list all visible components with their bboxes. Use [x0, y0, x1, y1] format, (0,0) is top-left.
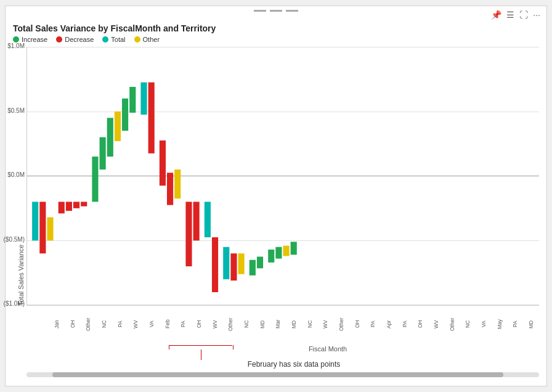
- x-label-apr: Apr: [381, 306, 397, 343]
- bar-feb-nc: [122, 99, 128, 131]
- bar-may-md: [291, 242, 297, 255]
- bar-feb-oh: [100, 137, 106, 169]
- bar-feb-other: [115, 112, 121, 141]
- legend-other-label: Other: [143, 36, 160, 43]
- bar-feb-pa: [92, 157, 98, 202]
- bar-mar-total: [140, 83, 147, 115]
- bar-other-3: [238, 253, 245, 274]
- feb-annotation-text: February has six data points: [49, 360, 539, 370]
- bar-may-2: [275, 247, 282, 259]
- bar-wv-1: [73, 202, 79, 208]
- chart-legend: Increase Decrease Total Other: [13, 36, 539, 43]
- bar-pa-1: [66, 202, 72, 211]
- x-label-may: May: [492, 306, 508, 343]
- bar-nc-2: [160, 141, 166, 186]
- legend-total-label: Total: [111, 36, 125, 43]
- legend-other: Other: [134, 36, 160, 43]
- feb-bracket-right: [233, 345, 233, 349]
- y-label-1M: $1.0M: [0, 43, 25, 49]
- expand-icon[interactable]: ⛶: [519, 10, 528, 20]
- x-label-wv3: WV: [317, 306, 333, 343]
- x-label-pa3: PA: [365, 306, 381, 343]
- legend-total-dot: [102, 36, 108, 43]
- drag-handle: [254, 10, 298, 12]
- x-label-feb: Feb: [160, 306, 176, 343]
- bar-feb-wv: [107, 118, 113, 157]
- waterfall-svg: [27, 47, 539, 305]
- bar-oh-decrease: [39, 202, 46, 253]
- more-icon[interactable]: ···: [533, 10, 540, 20]
- bar-other-yellow: [47, 218, 53, 241]
- x-label-other1: Other: [80, 306, 96, 343]
- x-axis-title-area: Fiscal Month February has six data point…: [49, 343, 539, 370]
- top-icon-bar: 📌 ☰ ⛶ ···: [491, 10, 540, 20]
- bar-wv-2: [167, 173, 173, 205]
- horizontal-scrollbar[interactable]: [26, 372, 539, 377]
- legend-decrease-label: Decrease: [65, 36, 94, 43]
- x-label-md2: MD: [286, 306, 302, 343]
- bar-nc-1: [59, 202, 65, 213]
- x-label-jan: Jan: [49, 306, 65, 343]
- bar-oh-2: [185, 202, 192, 266]
- bar-mar-md: [148, 83, 155, 153]
- x-label-oh3: OH: [349, 306, 365, 343]
- x-label-other3: Other: [333, 306, 349, 343]
- bar-jan-total: [32, 202, 38, 240]
- feb-annotation-line: [201, 349, 201, 360]
- chart-title: Total Sales Variance by FiscalMonth and …: [13, 23, 539, 33]
- x-label-pa5: PA: [507, 306, 523, 343]
- y-label-05M: $0.5M: [0, 107, 25, 114]
- x-label-va1: VA: [144, 306, 160, 343]
- bar-may-other: [283, 246, 290, 256]
- legend-decrease: Decrease: [56, 36, 94, 43]
- x-label-pa2: PA: [175, 306, 191, 343]
- pin-icon[interactable]: 📌: [491, 10, 501, 20]
- x-label-va2: VA: [476, 306, 492, 343]
- x-label-oh1: OH: [65, 306, 81, 343]
- scrollbar-thumb[interactable]: [52, 372, 503, 377]
- legend-total: Total: [102, 36, 125, 43]
- legend-increase-label: Increase: [22, 36, 47, 43]
- filter-icon[interactable]: ☰: [506, 10, 514, 20]
- legend-other-dot: [134, 36, 140, 43]
- feb-bracket-area: Fiscal Month: [49, 343, 539, 360]
- x-label-nc2: NC: [238, 306, 254, 343]
- x-label-nc3: NC: [302, 306, 318, 343]
- x-label-md3: MD: [523, 306, 539, 343]
- bar-va-2: [257, 256, 263, 268]
- bar-feb-md: [129, 87, 136, 113]
- chart-inner: $1.0M $0.5M $0.0M ($0.5M) ($1.0M): [26, 47, 539, 306]
- chart-card: 📌 ☰ ⛶ ··· Total Sales Variance by Fiscal…: [5, 6, 547, 386]
- y-label-n05M: ($0.5M): [0, 236, 25, 243]
- x-label-mar: Mar: [270, 306, 286, 343]
- feb-bracket-line: [169, 345, 232, 346]
- feb-bracket-left: [169, 345, 169, 349]
- x-axis-labels: Jan OH Other NC PA WV VA Feb PA OH WV Ot…: [49, 306, 539, 343]
- legend-increase-dot: [13, 36, 19, 43]
- x-axis-title: Fiscal Month: [309, 345, 347, 353]
- bar-oh-3: [223, 247, 229, 279]
- x-label-pa4: PA: [397, 306, 413, 343]
- y-label-0M: $0.0M: [0, 171, 25, 178]
- bar-pa-2: [193, 202, 200, 240]
- x-label-nc4: NC: [460, 306, 476, 343]
- x-label-other2: Other: [222, 306, 238, 343]
- x-label-other4: Other: [444, 306, 460, 343]
- x-label-md1: MD: [254, 306, 270, 343]
- y-label-n1M: ($1.0M): [0, 300, 25, 307]
- x-label-pa1: PA: [112, 306, 128, 343]
- legend-decrease-dot: [56, 36, 62, 43]
- bar-nc-3: [250, 260, 256, 276]
- bar-other-2: [174, 169, 181, 198]
- x-label-oh2: OH: [191, 306, 207, 343]
- bar-va-1: [81, 202, 87, 206]
- bar-wv-3: [230, 253, 237, 280]
- x-label-wv2: WV: [207, 306, 223, 343]
- chart-area: Total Sales Variance $1.0M $0.5M $0.0M (…: [13, 47, 539, 306]
- bar-pa-3: [212, 237, 218, 292]
- x-label-wv4: WV: [428, 306, 444, 343]
- x-label-oh4: OH: [412, 306, 428, 343]
- x-label-wv1: WV: [128, 306, 144, 343]
- bar-apr-total: [205, 202, 211, 237]
- x-label-nc1: NC: [96, 306, 112, 343]
